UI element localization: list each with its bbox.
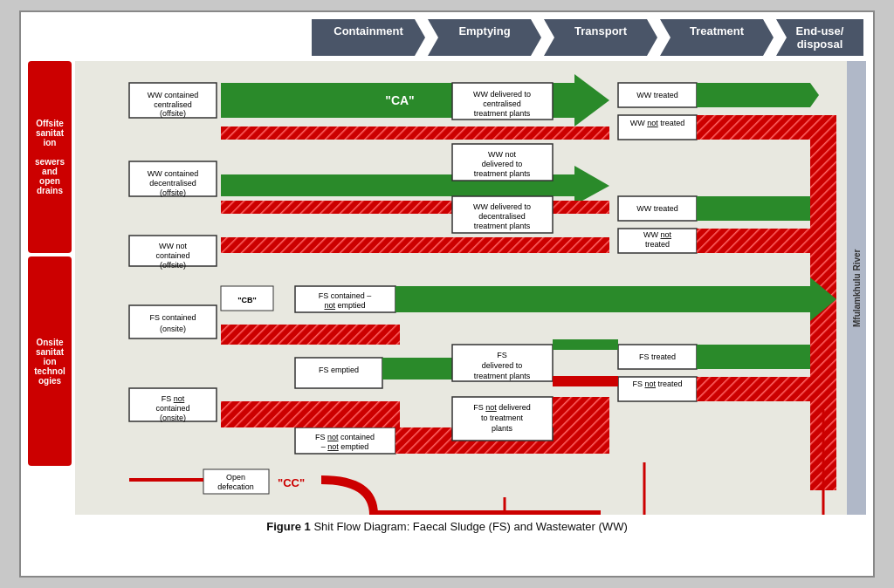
ca-arrow-head <box>574 74 609 126</box>
label-ww-centralised: WW contained <box>148 91 199 99</box>
header-emptying: Emptying <box>428 19 541 56</box>
label-od2: defecation <box>217 482 254 491</box>
label-del-cent3: treatment plants <box>474 109 531 118</box>
label-ww-nt-2b: treated <box>645 240 670 249</box>
end-arrow-ww-t1 <box>697 83 819 107</box>
label-ww-treated-1: WW treated <box>636 91 678 99</box>
label-not-del3: treatment plants <box>474 169 531 178</box>
end-arrow-fs-nt <box>697 377 810 401</box>
label-fs-cont1: FS contained <box>149 313 196 322</box>
cc-label: "CC" <box>278 476 305 489</box>
label-fs-nd3: plants <box>492 424 513 433</box>
label-ww-nt-1a: WW not treated <box>630 119 685 127</box>
end-arrow-ww-nt1 <box>697 115 819 140</box>
end-arrow-ww-nt2 <box>697 229 819 253</box>
label-fs-treated: FS treated <box>639 352 676 361</box>
main-area: Offsitesanitationsewersandopendrains Ons… <box>28 61 866 515</box>
label-fs-del2: delivered to <box>482 361 523 370</box>
header-row: Containment Emptying Transport Treatment… <box>28 19 866 56</box>
oc-spacer <box>28 469 72 513</box>
left-labels: Offsitesanitationsewersandopendrains Ons… <box>28 61 72 515</box>
figure-caption: Figure 1 Shit Flow Diagram: Faecal Sludg… <box>28 520 866 533</box>
label-ww-nc2: contained <box>155 251 189 260</box>
label-fs-del3: treatment plants <box>474 372 531 380</box>
cc-curve <box>321 480 601 515</box>
label-fs-cont2: (onsite) <box>160 325 186 333</box>
figure-title: Shit Flow Diagram: Faecal Sludge (FS) an… <box>313 520 627 533</box>
figure-label: Figure 1 <box>266 520 311 533</box>
label-od1: Open <box>226 473 245 482</box>
label-fs-ncne2: – not emptied <box>321 442 369 451</box>
svg-container: WW contained centralised (offsite) WW co… <box>75 61 847 515</box>
label-fs-nd1: FS not delivered <box>473 403 531 412</box>
label-ww-treated-2: WW treated <box>636 204 678 213</box>
label-ww-centralised2: centralised <box>154 100 192 109</box>
fs-nd-red <box>553 397 609 427</box>
label-fs-nc3: (onsite) <box>160 414 186 422</box>
label-del-cent2: centralised <box>483 99 521 108</box>
header-containment: Containment <box>312 19 425 56</box>
header-transport: Transport <box>544 19 657 56</box>
header-treatment: Treatment <box>660 19 774 56</box>
label-not-del1: WW not <box>488 150 517 159</box>
diagram-container: Containment Emptying Transport Treatment… <box>19 10 875 578</box>
flow-diagram: WW contained centralised (offsite) WW co… <box>75 61 847 515</box>
header-enduse: End-use/disposal <box>776 19 863 56</box>
label-del-dec3: treatment plants <box>474 222 531 230</box>
fs-nc-red <box>221 401 400 427</box>
river-label: Mfulamkhulu River <box>847 61 866 515</box>
label-fs-nt1: FS not treated <box>632 379 682 388</box>
label-fs-cne2: not emptied <box>324 301 365 310</box>
end-arrow-ww-t2 <box>697 196 819 221</box>
label-fs-emp1: FS emptied <box>319 366 359 374</box>
fs-emp-green <box>382 358 452 379</box>
label-ww-nc3: (offsite) <box>160 261 186 270</box>
label-fs-ncne1: FS not contained <box>315 433 375 441</box>
label-fs-nd2: to treatment <box>481 414 524 422</box>
label-ww-dec1: WW contained <box>148 169 199 178</box>
label-del-dec2: decentralised <box>478 212 526 221</box>
fs-to-emptied <box>221 325 400 345</box>
label-ww-nt-2a: WW not <box>643 230 672 239</box>
label-del-cent1: WW delivered to <box>473 90 531 99</box>
ww-not-delivered-arrow <box>221 126 609 140</box>
label-del-dec1: WW delivered to <box>473 202 531 211</box>
fs-ne-green-arrow <box>395 286 810 312</box>
label-fs-del1: FS <box>497 351 507 359</box>
label-fs-nc2: contained <box>155 404 189 413</box>
offsite-label: Offsitesanitationsewersandopendrains <box>28 61 72 253</box>
label-ww-centralised3: (offsite) <box>160 109 186 118</box>
end-arrow-fs-t <box>697 345 810 369</box>
ww-dec-arrow-head <box>574 166 609 205</box>
label-ww-dec2: decentralised <box>149 179 196 188</box>
label-not-del2: delivered to <box>482 160 523 168</box>
ww-nc-arrow <box>221 237 609 253</box>
label-ww-nc1: WW not <box>159 242 188 250</box>
label-ww-dec3: (offsite) <box>160 188 186 197</box>
onsite-label: Onsitesanitationtechnologies <box>28 256 72 466</box>
cb-label: "CB" <box>237 296 257 304</box>
ca-label: "CA" <box>385 93 415 107</box>
label-fs-cne1: FS contained – <box>319 291 372 300</box>
label-fs-nc1: FS not <box>162 394 185 403</box>
